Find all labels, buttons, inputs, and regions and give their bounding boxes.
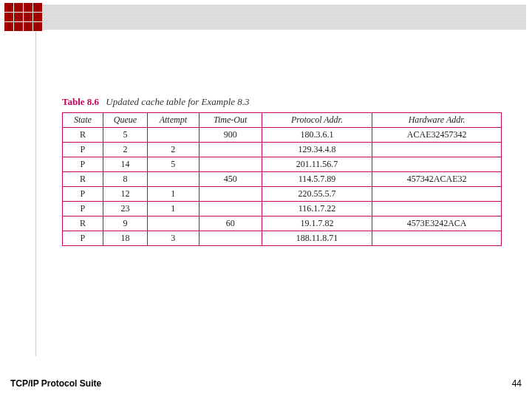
table-row: P183188.11.8.71 [63,231,502,246]
cell-proto: 201.11.56.7 [262,157,372,172]
col-header-timeout: Time-Out [199,113,262,128]
cell-timeout: 900 [199,128,262,143]
cell-state: R [63,172,103,187]
cell-queue: 2 [103,143,147,157]
cell-attempt: 3 [147,231,199,246]
cell-hw: 4573E3242ACA [372,216,502,231]
cell-queue: 23 [103,202,147,216]
cell-hw [372,231,502,246]
cell-queue: 18 [103,231,147,246]
cell-hw [372,143,502,157]
cell-proto: 19.1.7.82 [262,216,372,231]
cache-table: State Queue Attempt Time-Out Protocol Ad… [62,112,502,246]
cell-queue: 9 [103,216,147,231]
table-body: R5900180.3.6.1ACAE32457342P22129.34.4.8P… [63,128,502,246]
cell-timeout [199,143,262,157]
cell-attempt: 2 [147,143,199,157]
cell-queue: 12 [103,187,147,202]
cell-timeout [199,231,262,246]
cell-queue: 14 [103,157,147,172]
cell-state: P [63,187,103,202]
table-row: P22129.34.4.8 [63,143,502,157]
cell-hw [372,202,502,216]
cell-timeout: 450 [199,172,262,187]
slide-footer: TCP/IP Protocol Suite 44 [10,378,522,389]
cell-attempt: 1 [147,187,199,202]
table-label: Table 8.6 [62,96,99,107]
cell-state: P [63,143,103,157]
table-row: R5900180.3.6.1ACAE32457342 [63,128,502,143]
col-header-state: State [63,113,103,128]
table-row: P121220.55.5.7 [63,187,502,202]
cell-hw: ACAE32457342 [372,128,502,143]
col-header-proto: Protocol Addr. [262,113,372,128]
header-band [31,4,526,30]
cell-state: P [63,231,103,246]
cell-state: P [63,202,103,216]
vertical-divider [35,31,36,356]
col-header-attempt: Attempt [147,113,199,128]
cell-hw: 457342ACAE32 [372,172,502,187]
cell-attempt: 5 [147,157,199,172]
col-header-hw: Hardware Addr. [372,113,502,128]
cell-attempt: 1 [147,202,199,216]
cell-queue: 8 [103,172,147,187]
page-number: 44 [512,378,522,389]
cell-hw [372,187,502,202]
cell-timeout [199,157,262,172]
cell-timeout [199,202,262,216]
cell-proto: 188.11.8.71 [262,231,372,246]
cell-state: P [63,157,103,172]
table-row: P231116.1.7.22 [63,202,502,216]
cell-hw [372,157,502,172]
footer-text: TCP/IP Protocol Suite [10,378,101,389]
cell-state: R [63,128,103,143]
logo-grid-icon [4,3,42,31]
cell-proto: 114.5.7.89 [262,172,372,187]
table-row: P145201.11.56.7 [63,157,502,172]
cell-proto: 220.55.5.7 [262,187,372,202]
cell-timeout: 60 [199,216,262,231]
col-header-queue: Queue [103,113,147,128]
table-header-row: State Queue Attempt Time-Out Protocol Ad… [63,113,502,128]
table-title: Updated cache table for Example 8.3 [106,96,249,107]
cell-attempt [147,128,199,143]
table-row: R96019.1.7.824573E3242ACA [63,216,502,231]
cell-state: R [63,216,103,231]
cell-attempt [147,172,199,187]
cell-proto: 116.1.7.22 [262,202,372,216]
table-caption: Table 8.6 Updated cache table for Exampl… [62,96,510,108]
cell-timeout [199,187,262,202]
cell-attempt [147,216,199,231]
cell-proto: 180.3.6.1 [262,128,372,143]
cell-queue: 5 [103,128,147,143]
cell-proto: 129.34.4.8 [262,143,372,157]
table-row: R8450114.5.7.89457342ACAE32 [63,172,502,187]
slide-content: Table 8.6 Updated cache table for Exampl… [62,96,510,246]
